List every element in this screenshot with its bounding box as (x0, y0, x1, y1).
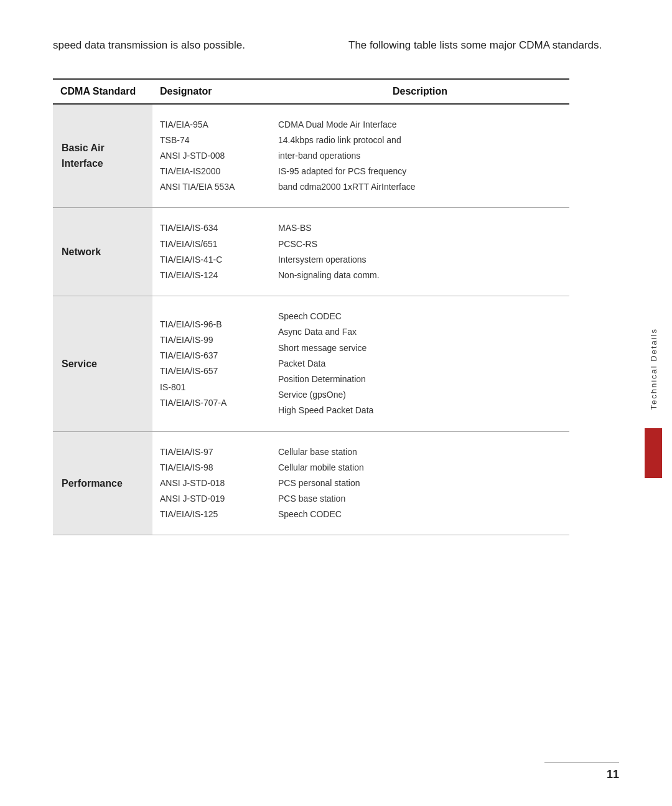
col-header-cdma-standard: CDMA Standard (53, 79, 152, 104)
designator-cell-0: TIA/EIA-95ATSB-74ANSI J-STD-008TIA/EIA-I… (152, 104, 271, 208)
cdma-standards-table: CDMA Standard Designator Description Bas… (53, 78, 569, 536)
category-cell-2: Service (53, 296, 152, 431)
intro-right: The following table lists some major CDM… (348, 37, 619, 54)
category-cell-1: Network (53, 208, 152, 296)
table-row: NetworkTIA/EIA/IS-634TIA/EIA/IS/651TIA/E… (53, 208, 569, 296)
description-cell-2: Speech CODECAsync Data and FaxShort mess… (271, 296, 569, 431)
table-row: PerformanceTIA/EIA/IS-97TIA/EIA/IS-98ANS… (53, 431, 569, 535)
side-red-bar (645, 428, 662, 478)
table-row: ServiceTIA/EIA/IS-96-BTIA/EIA/IS-99TIA/E… (53, 296, 569, 431)
designator-cell-1: TIA/EIA/IS-634TIA/EIA/IS/651TIA/EIA/IS-4… (152, 208, 271, 296)
intro-left-text: speed data transmission is also possible… (53, 39, 245, 51)
col-header-designator: Designator (152, 79, 271, 104)
intro-left: speed data transmission is also possible… (53, 37, 324, 54)
page-container: speed data transmission is also possible… (0, 0, 672, 806)
intro-right-text: The following table lists some major CDM… (348, 39, 602, 51)
table-row: Basic AirInterfaceTIA/EIA-95ATSB-74ANSI … (53, 104, 569, 208)
table-wrapper: CDMA Standard Designator Description Bas… (0, 78, 622, 536)
col-header-description: Description (271, 79, 569, 104)
category-cell-0: Basic AirInterface (53, 104, 152, 208)
side-bar-container: Technical Details (635, 0, 672, 806)
designator-cell-3: TIA/EIA/IS-97TIA/EIA/IS-98ANSI J-STD-018… (152, 431, 271, 535)
table-header-row: CDMA Standard Designator Description (53, 79, 569, 104)
bottom-line (544, 762, 619, 762)
intro-section: speed data transmission is also possible… (0, 37, 672, 54)
side-label: Technical Details (649, 328, 658, 410)
category-cell-3: Performance (53, 431, 152, 535)
page-number: 11 (607, 768, 619, 781)
designator-cell-2: TIA/EIA/IS-96-BTIA/EIA/IS-99TIA/EIA/IS-6… (152, 296, 271, 431)
description-cell-0: CDMA Dual Mode Air Interface14.4kbps rad… (271, 104, 569, 208)
description-cell-1: MAS-BSPCSC-RSIntersystem operationsNon-s… (271, 208, 569, 296)
description-cell-3: Cellular base stationCellular mobile sta… (271, 431, 569, 535)
